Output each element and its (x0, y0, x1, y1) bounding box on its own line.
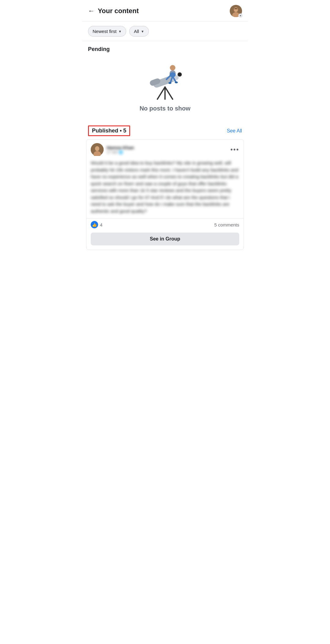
header-left: ← Your content (88, 7, 139, 15)
see-in-group-button[interactable]: See in Group (91, 233, 239, 245)
filter-bar: Newest first ▼ All ▼ (82, 22, 248, 41)
type-filter-button[interactable]: All ▼ (129, 26, 149, 37)
type-filter-label: All (134, 29, 139, 34)
sort-filter-button[interactable]: Newest first ▼ (88, 26, 126, 37)
empty-state-text: No posts to show (140, 105, 191, 112)
published-label-highlight: Published • 5 (88, 125, 130, 136)
sort-chevron-icon: ▼ (118, 30, 122, 33)
post-meta: 17 min 🌐 (107, 150, 134, 154)
telescope-illustration (144, 61, 186, 101)
page-header: ← Your content ▾ (82, 0, 248, 22)
svg-point-17 (170, 72, 176, 77)
avatar-chevron-icon: ▾ (238, 13, 243, 18)
post-reactions: 👍 4 (91, 221, 102, 228)
svg-point-21 (95, 146, 99, 151)
post-avatar-svg (91, 143, 104, 156)
svg-line-4 (157, 87, 165, 99)
sort-filter-label: Newest first (93, 29, 116, 34)
post-more-button[interactable]: ••• (230, 146, 239, 153)
published-label: Published • 5 (92, 128, 126, 134)
empty-state: No posts to show (82, 55, 248, 121)
svg-line-6 (165, 87, 173, 99)
type-chevron-icon: ▼ (141, 30, 144, 33)
comments-count: 5 comments (214, 222, 239, 227)
post-card: Hamza Khan 17 min 🌐 ••• Would it be a go… (86, 139, 244, 250)
post-footer: 👍 4 5 comments (86, 218, 244, 231)
post-card-header: Hamza Khan 17 min 🌐 ••• (86, 139, 244, 158)
svg-point-13 (170, 65, 175, 71)
post-user-details: Hamza Khan 17 min 🌐 (107, 145, 134, 154)
see-all-button[interactable]: See All (227, 128, 242, 134)
published-header: Published • 5 See All (82, 121, 248, 139)
back-button[interactable]: ← (88, 7, 95, 15)
reaction-count: 4 (100, 222, 102, 227)
svg-point-11 (178, 73, 181, 76)
post-content: Would it be a good idea to buy backlinks… (86, 158, 244, 218)
page-title: Your content (98, 7, 139, 15)
svg-point-18 (168, 82, 171, 84)
pending-section-label: Pending (82, 41, 248, 55)
post-username: Hamza Khan (107, 145, 134, 150)
svg-point-19 (175, 81, 178, 83)
post-avatar (91, 143, 104, 156)
like-icon: 👍 (91, 221, 98, 228)
avatar-wrapper[interactable]: ▾ (230, 5, 242, 17)
post-user-info: Hamza Khan 17 min 🌐 (91, 143, 134, 156)
